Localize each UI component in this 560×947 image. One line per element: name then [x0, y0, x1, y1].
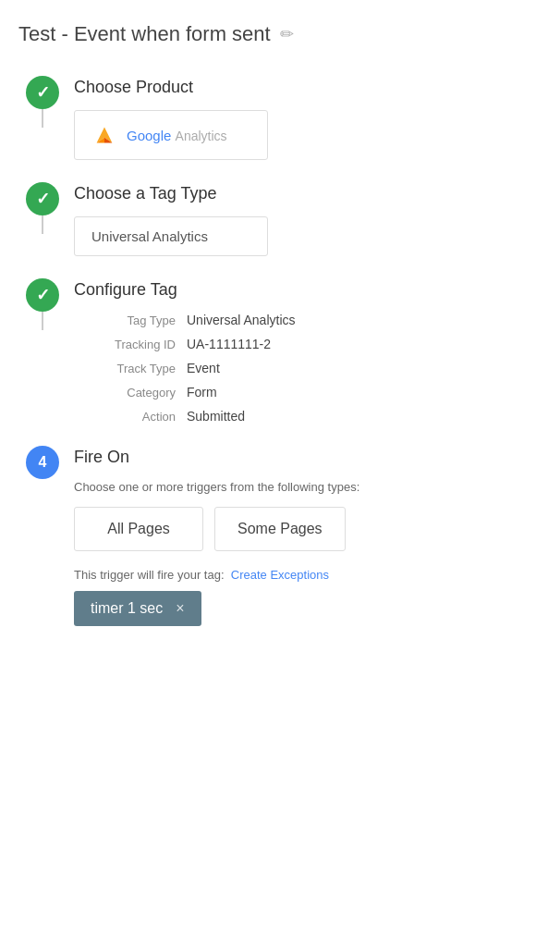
step-3-content: Configure Tag Tag Type Universal Analyti…	[67, 275, 542, 442]
step-4-indicator-col: 4	[18, 442, 67, 479]
step-1-line	[42, 109, 43, 128]
step-2-line	[42, 215, 43, 234]
fire-on-description: Choose one or more triggers from the fol…	[74, 480, 542, 494]
step-1-circle: ✓	[26, 76, 59, 109]
tracking-id-label: Tracking ID	[74, 337, 176, 351]
edit-icon[interactable]: ✏	[280, 24, 294, 44]
page-title: Test - Event when form sent	[18, 22, 271, 46]
timer-tag-label: timer 1 sec	[91, 600, 163, 617]
step-1-product-box: Google Analytics	[74, 110, 268, 160]
action-label: Action	[74, 409, 176, 424]
step-4-number: 4	[39, 454, 47, 471]
step-2-title: Choose a Tag Type	[74, 184, 542, 203]
step-2-tag-type-value: Universal Analytics	[91, 228, 208, 244]
all-pages-button[interactable]: All Pages	[74, 507, 203, 551]
step-1-title: Choose Product	[74, 78, 542, 97]
step-3-check-icon: ✓	[36, 285, 50, 305]
category-value: Form	[187, 385, 542, 400]
step-4-content: Fire On Choose one or more triggers from…	[67, 442, 542, 645]
tag-type-value: Universal Analytics	[187, 313, 542, 327]
page-title-container: Test - Event when form sent ✏	[18, 22, 542, 46]
step-4-title: Fire On	[74, 448, 542, 467]
step-2-tag-type-box: Universal Analytics	[74, 216, 268, 256]
trigger-scroll-hint	[357, 507, 370, 551]
step-1: ✓ Choose Product Google Analytics	[18, 72, 542, 178]
ga-logo-icon	[91, 122, 117, 148]
step-3-config-table: Tag Type Universal Analytics Tracking ID…	[74, 313, 542, 424]
category-label: Category	[74, 385, 176, 400]
step-3: ✓ Configure Tag Tag Type Universal Analy…	[18, 275, 542, 442]
step-2-indicator-col: ✓	[18, 178, 67, 234]
create-exceptions-link[interactable]: Create Exceptions	[231, 568, 329, 582]
track-type-label: Track Type	[74, 361, 176, 375]
steps-container: ✓ Choose Product Google Analytics	[18, 72, 542, 645]
step-3-title: Configure Tag	[74, 280, 542, 300]
action-value: Submitted	[187, 409, 542, 424]
step-3-line	[42, 312, 43, 330]
step-1-check-icon: ✓	[36, 82, 50, 103]
step-4: 4 Fire On Choose one or more triggers fr…	[18, 442, 542, 645]
tracking-id-value: UA-1111111-2	[187, 337, 542, 351]
step-1-indicator-col: ✓	[18, 72, 67, 128]
tag-type-label: Tag Type	[74, 313, 176, 327]
timer-close-icon[interactable]: ×	[176, 600, 184, 617]
track-type-value: Event	[187, 361, 542, 375]
trigger-fire-text: This trigger will fire your tag: Create …	[74, 568, 542, 582]
some-pages-button[interactable]: Some Pages	[214, 507, 346, 551]
step-1-content: Choose Product Google Analytics	[67, 72, 542, 178]
timer-tag: timer 1 sec ×	[74, 591, 201, 626]
step-3-indicator-col: ✓	[18, 275, 67, 330]
step-4-circle: 4	[26, 446, 59, 479]
step-2-circle: ✓	[26, 182, 59, 215]
trigger-buttons-row: All Pages Some Pages	[74, 507, 542, 551]
step-1-product-name: Google Analytics	[127, 128, 227, 143]
fire-text-label: This trigger will fire your tag:	[74, 568, 225, 582]
step-2: ✓ Choose a Tag Type Universal Analytics	[18, 178, 542, 275]
step-2-check-icon: ✓	[36, 189, 50, 209]
step-3-circle: ✓	[26, 278, 59, 312]
step-2-content: Choose a Tag Type Universal Analytics	[67, 178, 542, 275]
